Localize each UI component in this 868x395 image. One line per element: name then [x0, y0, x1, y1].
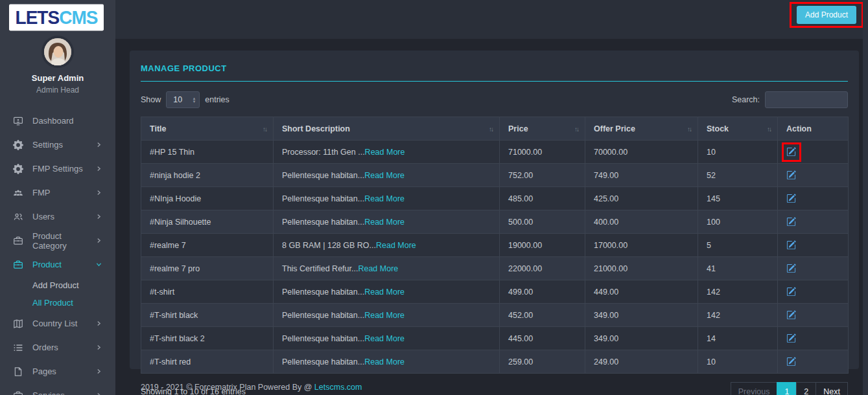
sidebar-item-label: All Product	[32, 298, 115, 308]
column-header-title[interactable]: Title↑↓	[141, 117, 274, 141]
description-text: Pellentesque habitan...	[282, 311, 364, 320]
stock-cell: 5	[698, 234, 778, 257]
sidebar-item-settings[interactable]: Settings	[0, 133, 115, 157]
pagination-page-button-2[interactable]: 2	[796, 382, 816, 395]
sort-icon[interactable]: ↑↓	[263, 125, 266, 132]
stock-cell: 52	[698, 164, 778, 187]
read-more-link[interactable]: Read More	[364, 288, 405, 297]
gear-icon	[13, 140, 24, 150]
page-title: MANAGE PRODUCT	[141, 63, 848, 82]
sidebar-item-users[interactable]: Users	[0, 205, 115, 229]
description-text: Processor: 11th Gen ...	[282, 148, 365, 157]
user-profile: Super Admin Admin Head	[0, 36, 115, 95]
sidebar-item-label: Product	[32, 260, 95, 269]
edit-product-button[interactable]	[786, 357, 797, 367]
edit-icon	[786, 333, 796, 344]
price-cell: 22000.00	[500, 257, 585, 280]
sort-icon[interactable]: ↑↓	[489, 125, 493, 132]
chevron-right-icon	[95, 165, 102, 172]
edit-product-button[interactable]	[786, 264, 797, 274]
edit-icon	[786, 147, 796, 157]
edit-product-button[interactable]	[786, 333, 797, 344]
edit-product-button[interactable]	[786, 240, 797, 251]
product-title-cell: #Ninja Silhouette	[141, 210, 274, 234]
offer-price-cell: 249.00	[585, 350, 698, 374]
offer-price-cell: 349.00	[585, 327, 698, 350]
column-label: Action	[786, 124, 812, 133]
read-more-link[interactable]: Read More	[364, 334, 405, 343]
pagination-page-button-1[interactable]: 1	[777, 382, 797, 395]
logo-text-cms: CMS	[59, 6, 97, 29]
table-row: #t-shirtPellentesque habitan...Read More…	[141, 280, 849, 304]
sidebar-item-product[interactable]: Product	[0, 253, 115, 276]
stock-cell: 145	[698, 187, 778, 210]
column-header-price[interactable]: Price↑↓	[500, 117, 585, 141]
edit-icon	[786, 194, 796, 204]
sidebar-item-country-list[interactable]: Country List	[0, 311, 115, 335]
read-more-link[interactable]: Read More	[364, 311, 405, 320]
pagination-previous-button[interactable]: Previous	[731, 382, 778, 395]
read-more-link[interactable]: Read More	[364, 171, 405, 180]
sidebar-item-services[interactable]: Services	[0, 383, 115, 395]
edit-icon	[786, 240, 796, 251]
chevron-right-icon	[95, 213, 102, 220]
read-more-link[interactable]: Read More	[358, 264, 398, 273]
price-cell: 71000.00	[500, 141, 585, 164]
sidebar-item-label: Settings	[32, 140, 95, 150]
sidebar-item-fmp-settings[interactable]: FMP Settings	[0, 157, 115, 181]
add-product-button[interactable]: Add Product	[797, 6, 856, 24]
briefcase-icon	[13, 236, 24, 246]
sidebar-item-dashboard[interactable]: Dashboard	[0, 109, 115, 133]
edit-icon	[786, 264, 796, 274]
sidebar-item-product-category[interactable]: Product Category	[0, 229, 115, 253]
edit-product-button[interactable]	[786, 170, 797, 181]
stock-cell: 41	[698, 257, 778, 280]
product-description-cell: Pellentesque habitan...Read More	[274, 350, 500, 374]
column-header-stock[interactable]: Stock↑↓	[698, 117, 778, 141]
column-header-short-description[interactable]: Short Description↑↓	[274, 117, 500, 141]
sidebar-item-pages[interactable]: Pages	[0, 359, 115, 383]
sort-icon[interactable]: ↑↓	[767, 125, 771, 132]
chevron-right-icon	[95, 320, 102, 327]
column-header-offer-price[interactable]: Offer Price↑↓	[585, 117, 698, 141]
read-more-link[interactable]: Read More	[364, 357, 405, 367]
edit-product-button-highlighted[interactable]	[786, 147, 797, 157]
action-cell	[778, 187, 849, 210]
scrollbar[interactable]	[863, 0, 868, 395]
file-icon	[13, 367, 24, 377]
action-cell	[778, 234, 849, 257]
search-control: Search:	[732, 91, 848, 108]
sort-icon[interactable]: ↑↓	[574, 125, 578, 132]
product-title-cell: #realme 7	[141, 234, 274, 257]
letscms-link[interactable]: Letscms.com	[314, 383, 362, 392]
stock-cell: 142	[698, 304, 778, 327]
briefcase-icon	[13, 390, 24, 395]
sidebar-item-fmp[interactable]: FMP	[0, 181, 115, 205]
read-more-link[interactable]: Read More	[364, 218, 405, 227]
edit-product-button[interactable]	[786, 287, 797, 297]
action-cell	[778, 304, 849, 327]
page-size-select[interactable]: 10 ▴▾	[166, 91, 200, 108]
product-title-cell: #T-shirt black	[141, 304, 274, 327]
price-cell: 500.00	[500, 210, 585, 234]
read-more-link[interactable]: Read More	[365, 148, 405, 157]
search-input[interactable]	[765, 91, 848, 108]
price-cell: 19000.00	[500, 234, 585, 257]
read-more-link[interactable]: Read More	[364, 194, 405, 203]
edit-product-button[interactable]	[786, 217, 797, 227]
sidebar-item-orders[interactable]: Orders	[0, 335, 115, 359]
sidebar-item-all-product[interactable]: All Product	[0, 294, 115, 311]
sidebar-nav: DashboardSettingsFMP SettingsFMPUsersPro…	[0, 109, 115, 395]
pagination-next-button[interactable]: Next	[815, 382, 848, 395]
action-cell	[778, 210, 849, 234]
table-row: #T-shirt redPellentesque habitan...Read …	[141, 350, 849, 374]
column-label: Short Description	[282, 124, 350, 133]
column-label: Stock	[707, 124, 729, 133]
sidebar-item-add-product[interactable]: Add Product	[0, 276, 115, 294]
edit-product-button[interactable]	[786, 194, 797, 204]
column-label: Title	[150, 124, 166, 133]
sort-icon[interactable]: ↑↓	[687, 125, 691, 132]
description-text: 8 GB RAM | 128 GB RO...	[282, 241, 376, 250]
edit-product-button[interactable]	[786, 310, 797, 321]
read-more-link[interactable]: Read More	[376, 241, 416, 250]
